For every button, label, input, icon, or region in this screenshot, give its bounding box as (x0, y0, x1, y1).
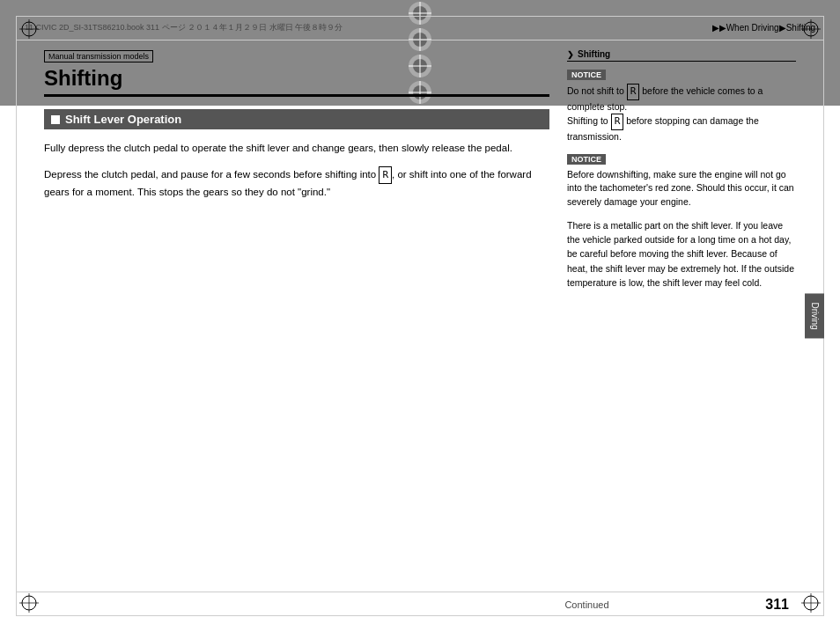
corner-mark-tr (801, 19, 821, 39)
notice-box-2: NOTICE Before downshifting, make sure th… (567, 153, 796, 209)
header-bar: 11 CIVIC 2D_SI-31TS86210.book 311 ページ ２０… (16, 16, 824, 40)
notice-label-1: NOTICE (567, 70, 606, 80)
driving-tab: Driving (805, 293, 824, 338)
right-label-text: Shifting (578, 49, 610, 59)
notice-text-1: Do not shift to R before the vehicle com… (567, 84, 796, 144)
body-paragraph-2: Depress the clutch pedal, and pause for … (44, 166, 549, 200)
page-number: 311 (765, 597, 789, 613)
content-area: Manual transmission models Shifting Shif… (44, 40, 796, 588)
corner-mark-tl (19, 19, 39, 39)
left-column: Manual transmission models Shifting Shif… (44, 40, 549, 588)
driving-tab-label: Driving (810, 302, 820, 329)
right-section-label: ❯ Shifting (567, 49, 796, 62)
bottom-bar: Continued 311 (16, 592, 824, 616)
body2-part1: Depress the clutch pedal, and pause for … (44, 169, 379, 180)
model-badge: Manual transmission models (44, 50, 153, 62)
notice1-key2-r: R (611, 114, 624, 130)
section-header-label: Shift Lever Operation (65, 113, 181, 126)
continued-text: Continued (409, 599, 766, 610)
right-column: ❯ Shifting NOTICE Do not shift to R befo… (567, 40, 796, 588)
notice1-key-r: R (627, 84, 640, 100)
body-paragraph-1: Fully depress the clutch pedal to operat… (44, 140, 549, 156)
right-body-text: There is a metallic part on the shift le… (567, 218, 796, 290)
section-header: Shift Lever Operation (44, 109, 549, 129)
page-heading: Shifting (44, 66, 549, 97)
notice-label-2: NOTICE (567, 154, 606, 165)
notice1-text3: Shifting to (567, 115, 611, 126)
notice-text-2: Before downshifting, make sure the engin… (567, 168, 796, 209)
right-label-arrow: ❯ (567, 50, 574, 59)
inline-key-r: R (379, 166, 392, 184)
file-info: 11 CIVIC 2D_SI-31TS86210.book 311 ページ ２０… (25, 22, 343, 33)
notice1-text1: Do not shift to (567, 85, 627, 96)
section-header-icon (51, 115, 60, 124)
breadcrumb: ▶▶When Driving▶Shifting (712, 23, 815, 33)
notice-box-1: NOTICE Do not shift to R before the vehi… (567, 69, 796, 144)
